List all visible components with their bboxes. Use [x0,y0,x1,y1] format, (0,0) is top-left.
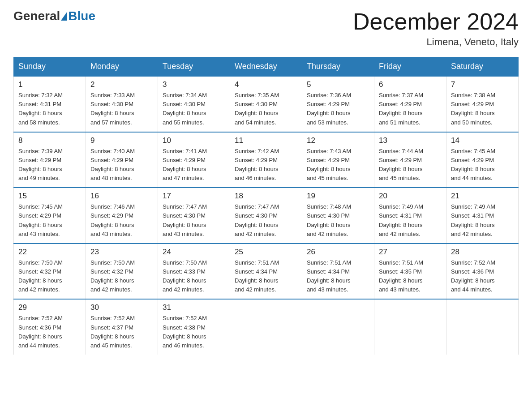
col-sunday: Sunday [14,57,86,77]
calendar-cell: 5 Sunrise: 7:36 AMSunset: 4:29 PMDayligh… [302,76,374,132]
day-number: 9 [90,136,153,145]
calendar-cell: 2 Sunrise: 7:33 AMSunset: 4:30 PMDayligh… [86,76,158,132]
day-info: Sunrise: 7:32 AMSunset: 4:31 PMDaylight:… [18,92,63,125]
day-number: 3 [163,80,225,89]
week-row-2: 8 Sunrise: 7:39 AMSunset: 4:29 PMDayligh… [14,132,519,188]
day-number: 8 [18,136,81,145]
day-info: Sunrise: 7:52 AMSunset: 4:37 PMDaylight:… [90,315,135,348]
calendar-cell: 7 Sunrise: 7:38 AMSunset: 4:29 PMDayligh… [446,76,519,132]
day-number: 24 [163,248,225,257]
week-row-1: 1 Sunrise: 7:32 AMSunset: 4:31 PMDayligh… [14,76,519,132]
calendar-cell: 10 Sunrise: 7:41 AMSunset: 4:29 PMDaylig… [158,132,230,188]
calendar-cell: 31 Sunrise: 7:52 AMSunset: 4:38 PMDaylig… [158,299,230,355]
day-number: 26 [307,248,369,257]
day-info: Sunrise: 7:38 AMSunset: 4:29 PMDaylight:… [451,92,495,125]
logo-general-text: General [13,9,60,23]
day-info: Sunrise: 7:45 AMSunset: 4:29 PMDaylight:… [451,148,495,181]
day-number: 2 [90,80,153,89]
day-number: 4 [235,80,297,89]
calendar-cell: 17 Sunrise: 7:47 AMSunset: 4:30 PMDaylig… [158,188,230,244]
col-monday: Monday [86,57,158,77]
day-number: 11 [235,136,297,145]
day-info: Sunrise: 7:44 AMSunset: 4:29 PMDaylight:… [379,148,423,181]
day-info: Sunrise: 7:42 AMSunset: 4:29 PMDaylight:… [235,148,279,181]
col-friday: Friday [374,57,446,77]
calendar-cell: 21 Sunrise: 7:49 AMSunset: 4:31 PMDaylig… [446,188,519,244]
day-number: 21 [451,192,514,201]
day-number: 14 [451,136,514,145]
day-info: Sunrise: 7:43 AMSunset: 4:29 PMDaylight:… [307,148,351,181]
week-row-4: 22 Sunrise: 7:50 AMSunset: 4:32 PMDaylig… [14,244,519,300]
day-number: 16 [90,192,153,201]
calendar-cell: 13 Sunrise: 7:44 AMSunset: 4:29 PMDaylig… [374,132,446,188]
day-info: Sunrise: 7:51 AMSunset: 4:35 PMDaylight:… [379,259,423,293]
day-info: Sunrise: 7:52 AMSunset: 4:36 PMDaylight:… [18,315,63,348]
day-number: 6 [379,80,442,89]
calendar-cell [302,299,374,355]
day-number: 7 [451,80,514,89]
calendar-subtitle: Limena, Veneto, Italy [353,36,519,48]
day-info: Sunrise: 7:50 AMSunset: 4:33 PMDaylight:… [163,259,207,293]
day-info: Sunrise: 7:34 AMSunset: 4:30 PMDaylight:… [163,92,207,125]
day-info: Sunrise: 7:49 AMSunset: 4:31 PMDaylight:… [451,203,495,237]
day-number: 13 [379,136,442,145]
day-number: 23 [90,248,153,257]
calendar-cell [446,299,519,355]
calendar-cell [230,299,302,355]
day-number: 18 [235,192,297,201]
calendar-cell: 12 Sunrise: 7:43 AMSunset: 4:29 PMDaylig… [302,132,374,188]
calendar-cell: 16 Sunrise: 7:46 AMSunset: 4:29 PMDaylig… [86,188,158,244]
day-number: 28 [451,248,514,257]
day-info: Sunrise: 7:33 AMSunset: 4:30 PMDaylight:… [90,92,135,125]
day-info: Sunrise: 7:47 AMSunset: 4:30 PMDaylight:… [235,203,279,237]
day-number: 27 [379,248,442,257]
day-number: 20 [379,192,442,201]
calendar-cell: 15 Sunrise: 7:45 AMSunset: 4:29 PMDaylig… [14,188,86,244]
day-info: Sunrise: 7:50 AMSunset: 4:32 PMDaylight:… [90,259,135,293]
calendar-cell: 3 Sunrise: 7:34 AMSunset: 4:30 PMDayligh… [158,76,230,132]
calendar-cell: 1 Sunrise: 7:32 AMSunset: 4:31 PMDayligh… [14,76,86,132]
day-info: Sunrise: 7:46 AMSunset: 4:29 PMDaylight:… [90,203,135,237]
calendar-cell [374,299,446,355]
calendar-cell: 11 Sunrise: 7:42 AMSunset: 4:29 PMDaylig… [230,132,302,188]
day-info: Sunrise: 7:47 AMSunset: 4:30 PMDaylight:… [163,203,207,237]
calendar-cell: 26 Sunrise: 7:51 AMSunset: 4:34 PMDaylig… [302,244,374,300]
day-number: 25 [235,248,297,257]
day-info: Sunrise: 7:50 AMSunset: 4:32 PMDaylight:… [18,259,63,293]
day-info: Sunrise: 7:35 AMSunset: 4:30 PMDaylight:… [235,92,279,125]
calendar-cell: 22 Sunrise: 7:50 AMSunset: 4:32 PMDaylig… [14,244,86,300]
calendar-cell: 24 Sunrise: 7:50 AMSunset: 4:33 PMDaylig… [158,244,230,300]
day-info: Sunrise: 7:39 AMSunset: 4:29 PMDaylight:… [18,148,63,181]
day-info: Sunrise: 7:36 AMSunset: 4:29 PMDaylight:… [307,92,351,125]
day-info: Sunrise: 7:41 AMSunset: 4:29 PMDaylight:… [163,148,207,181]
calendar-cell: 30 Sunrise: 7:52 AMSunset: 4:37 PMDaylig… [86,299,158,355]
day-number: 30 [90,303,153,312]
day-info: Sunrise: 7:48 AMSunset: 4:30 PMDaylight:… [307,203,351,237]
day-number: 17 [163,192,225,201]
day-info: Sunrise: 7:52 AMSunset: 4:38 PMDaylight:… [163,315,207,348]
calendar-cell: 9 Sunrise: 7:40 AMSunset: 4:29 PMDayligh… [86,132,158,188]
day-info: Sunrise: 7:45 AMSunset: 4:29 PMDaylight:… [18,203,63,237]
calendar-cell: 14 Sunrise: 7:45 AMSunset: 4:29 PMDaylig… [446,132,519,188]
col-tuesday: Tuesday [158,57,230,77]
day-info: Sunrise: 7:52 AMSunset: 4:36 PMDaylight:… [451,259,495,293]
day-number: 10 [163,136,225,145]
calendar-header-row: Sunday Monday Tuesday Wednesday Thursday… [14,57,519,77]
calendar-title: December 2024 [353,9,519,34]
calendar-cell: 25 Sunrise: 7:51 AMSunset: 4:34 PMDaylig… [230,244,302,300]
day-info: Sunrise: 7:40 AMSunset: 4:29 PMDaylight:… [90,148,135,181]
calendar-cell: 6 Sunrise: 7:37 AMSunset: 4:29 PMDayligh… [374,76,446,132]
day-number: 22 [18,248,81,257]
page-header: General Blue December 2024 Limena, Venet… [13,9,519,48]
week-row-5: 29 Sunrise: 7:52 AMSunset: 4:36 PMDaylig… [14,299,519,355]
day-info: Sunrise: 7:51 AMSunset: 4:34 PMDaylight:… [307,259,351,293]
calendar-cell: 8 Sunrise: 7:39 AMSunset: 4:29 PMDayligh… [14,132,86,188]
col-thursday: Thursday [302,57,374,77]
day-number: 29 [18,303,81,312]
calendar-cell: 19 Sunrise: 7:48 AMSunset: 4:30 PMDaylig… [302,188,374,244]
day-number: 1 [18,80,81,89]
day-info: Sunrise: 7:37 AMSunset: 4:29 PMDaylight:… [379,92,423,125]
week-row-3: 15 Sunrise: 7:45 AMSunset: 4:29 PMDaylig… [14,188,519,244]
calendar-cell: 4 Sunrise: 7:35 AMSunset: 4:30 PMDayligh… [230,76,302,132]
logo: General Blue [13,9,95,23]
